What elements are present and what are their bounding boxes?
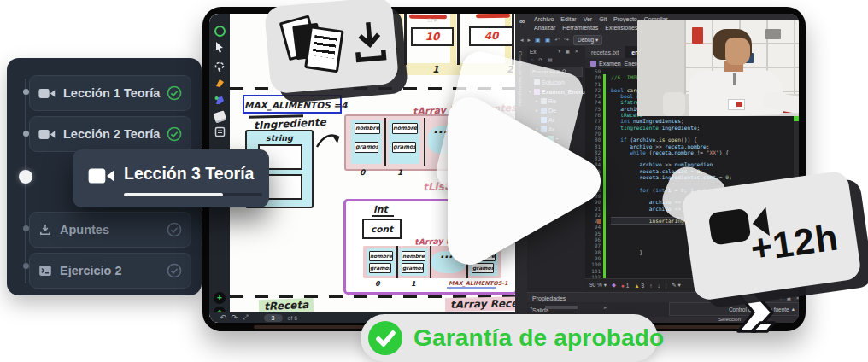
- warning-counter[interactable]: ▲ 3: [634, 283, 644, 289]
- webcam-video[interactable]: [637, 20, 799, 116]
- menu-item[interactable]: Analizar: [534, 25, 555, 31]
- nav-down-icon[interactable]: ↓: [657, 283, 660, 289]
- timeline-dot-active: [19, 170, 32, 184]
- lasso-icon[interactable]: [209, 61, 230, 76]
- gray-book: [765, 29, 781, 39]
- nav-back-icon[interactable]: ◂: [520, 37, 524, 44]
- video-camera-icon: [38, 87, 56, 100]
- nav-forward-icon[interactable]: ▸: [528, 37, 531, 44]
- sidebar-item-label: Ejercicio 2: [60, 264, 167, 277]
- notes-icon[interactable]: [209, 126, 230, 141]
- redo-icon[interactable]: ↷: [232, 313, 238, 322]
- chair: [663, 92, 685, 116]
- highlighter-icon[interactable]: [209, 76, 230, 91]
- sidebar-item-label: Lección 2 Teoría: [63, 127, 167, 141]
- properties-label: Propiedades: [532, 295, 566, 301]
- page-number-pill[interactable]: 3: [264, 314, 283, 322]
- red-book: [692, 27, 703, 44]
- code-line[interactable]: [611, 155, 794, 161]
- menu-item[interactable]: Archivo: [534, 16, 554, 22]
- edit-icon[interactable]: ✎ ▾: [672, 282, 681, 289]
- code-line[interactable]: if (archivo.is_open()) {: [611, 137, 794, 143]
- sketch-index: 1: [432, 64, 439, 75]
- active-lesson-label: Lección 3 Teoría: [124, 164, 254, 184]
- lesson-progress-fill: [124, 193, 223, 196]
- menu-item[interactable]: Ver: [584, 16, 593, 22]
- cursor-icon[interactable]: [209, 41, 230, 56]
- max-alimentos-box: MAX_ALIMENTOS =4: [243, 95, 342, 114]
- code-line[interactable]: int numIngredientes;: [611, 118, 794, 124]
- sidebar-item-label: Lección 1 Teoría: [63, 86, 167, 100]
- code-line[interactable]: [611, 131, 794, 137]
- save-icon[interactable]: ▣: [535, 37, 541, 44]
- panel-controls[interactable]: ▾ ▣ ✕: [558, 49, 583, 54]
- download-icon: [349, 17, 390, 65]
- undo-icon[interactable]: ↶: [554, 37, 560, 44]
- check-pending-icon: [167, 222, 182, 237]
- cell-nombre: nombre: [392, 123, 418, 134]
- nav-up-icon[interactable]: ↑: [649, 283, 652, 289]
- cell-gramos: gramos: [392, 142, 416, 153]
- cell-gramos: gramos: [355, 142, 378, 153]
- code-line[interactable]: while (receta.nombre != "XX") {: [611, 149, 794, 155]
- cell-gramos: gramos: [402, 263, 424, 273]
- menu-item[interactable]: Extensiones: [605, 25, 637, 31]
- person-face: [725, 38, 750, 65]
- menu-item[interactable]: Proyecto: [613, 16, 637, 22]
- index-0: 0: [375, 280, 380, 288]
- menu-item[interactable]: Herramientas: [562, 25, 598, 31]
- eraser-icon[interactable]: [209, 110, 230, 126]
- save-all-icon[interactable]: ▣: [545, 37, 551, 44]
- timeline-dot: [23, 131, 29, 137]
- debug-dropdown[interactable]: Debug ▾: [573, 35, 602, 45]
- undo-icon[interactable]: ↶: [220, 313, 226, 322]
- arrow-sketch: [315, 130, 344, 150]
- string-type-label: string: [266, 133, 293, 143]
- timeline-dot: [23, 225, 29, 231]
- menu-item[interactable]: Editar: [560, 16, 576, 22]
- hours-sticker: +12h: [681, 170, 862, 301]
- sidebar-item-leccion-2[interactable]: Lección 2 Teoría: [29, 116, 191, 152]
- sketch-line: [457, 14, 460, 65]
- terminal-icon: [38, 264, 52, 277]
- play-arrow-button[interactable]: [431, 79, 628, 283]
- sketch-value: 10: [411, 27, 454, 46]
- pen-icon[interactable]: [209, 94, 230, 109]
- cell-gramos: gramos: [369, 263, 391, 273]
- sidebar-item-leccion-3-active[interactable]: Lección 3 Teoría: [73, 149, 269, 207]
- expand-icon[interactable]: ⤢: [243, 313, 248, 322]
- brand-logo: [731, 289, 795, 338]
- timeline-dot: [23, 89, 29, 95]
- check-complete-icon: [167, 85, 182, 101]
- sidebar-item-leccion-1[interactable]: Lección 1 Teoría: [29, 75, 191, 111]
- video-camera-icon: [38, 128, 56, 141]
- code-line[interactable]: archivo >> receta.nombre;: [611, 143, 794, 149]
- timeline-dot: [23, 263, 29, 269]
- download-icon: [38, 223, 52, 236]
- record-icon[interactable]: [209, 25, 230, 40]
- sidebar-item-label: Apuntes: [60, 223, 167, 236]
- badge-card-logo: [736, 102, 742, 107]
- sidebar-item-ejercicio-2[interactable]: Ejercicio 2: [29, 253, 191, 289]
- check-circle-icon: [368, 321, 402, 355]
- red-scribble: [476, 14, 510, 18]
- tab-recetas-txt[interactable]: recetas.txt: [585, 46, 625, 58]
- code-line[interactable]: tIngrediente ingrediente;: [611, 125, 794, 131]
- treceta-label: tReceta: [259, 298, 314, 312]
- menu-item[interactable]: Git: [599, 16, 607, 22]
- cpp-file-icon: [590, 61, 596, 67]
- cell-nombre: nombre: [402, 251, 425, 261]
- index-1: 1: [411, 280, 416, 288]
- sketch-value: 40: [469, 26, 513, 46]
- yellow-highlight: [397, 14, 403, 67]
- hero-composition: Lección 1 Teoría Lección 2 Teoría Apunte…: [0, 0, 868, 362]
- index-1: 1: [397, 168, 402, 177]
- page-total-label: of 6: [288, 315, 298, 321]
- resources-sticker: [264, 0, 399, 94]
- check-pending-icon: [167, 263, 182, 278]
- code-line[interactable]: archivo >> numIngredien: [611, 161, 794, 167]
- sidebar-item-apuntes[interactable]: Apuntes: [29, 212, 191, 248]
- sketch-window-glyphs: □ ✕: [428, 17, 438, 24]
- output-panel-label[interactable]: Salida: [532, 307, 548, 313]
- redo-icon[interactable]: ↷: [564, 37, 569, 44]
